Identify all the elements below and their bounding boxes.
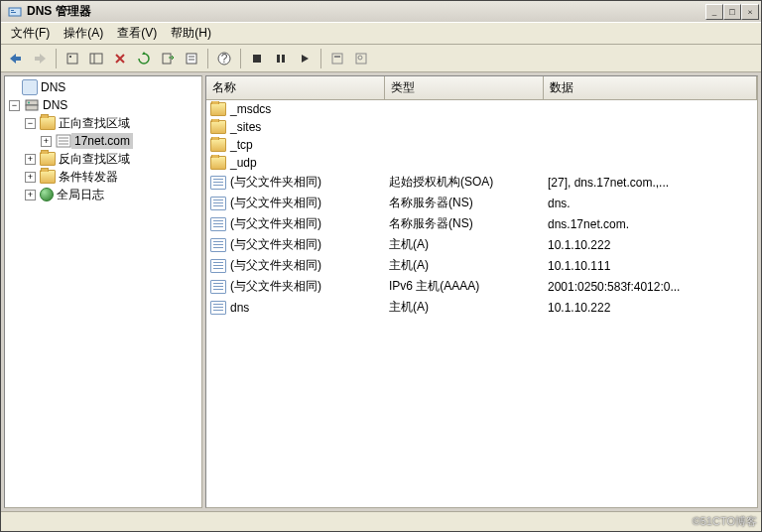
help-button[interactable]: ? <box>213 48 235 69</box>
status-bar <box>1 511 761 531</box>
record-data: 10.1.10.222 <box>544 237 757 253</box>
list-item[interactable]: (与父文件夹相同)主机(A)10.1.10.111 <box>206 255 757 276</box>
record-data: 10.1.10.222 <box>544 300 757 316</box>
record-data <box>544 162 757 164</box>
record-name: _msdcs <box>230 102 271 116</box>
menu-view[interactable]: 查看(V) <box>111 23 163 44</box>
list-item[interactable]: _sites <box>206 118 757 136</box>
svg-rect-0 <box>9 8 21 16</box>
forward-button[interactable] <box>29 48 51 69</box>
filter-button[interactable] <box>326 48 348 69</box>
expander-icon[interactable]: − <box>25 118 36 129</box>
dns-manager-window: DNS 管理器 _ □ × 文件(F) 操作(A) 查看(V) 帮助(H) ? <box>0 0 762 532</box>
stop-button[interactable] <box>246 48 268 69</box>
separator <box>240 49 241 68</box>
back-button[interactable] <box>5 48 27 69</box>
tree-reverse-zones[interactable]: + 反向查找区域 <box>7 150 199 168</box>
console-tree-button[interactable] <box>85 48 107 69</box>
column-type[interactable]: 类型 <box>385 76 544 99</box>
svg-rect-20 <box>356 54 366 64</box>
toolbar: ? <box>1 45 761 72</box>
svg-text:?: ? <box>221 52 228 66</box>
globe-icon <box>40 188 54 201</box>
tree-root-dns[interactable]: DNS <box>7 78 199 96</box>
list-item[interactable]: _udp <box>206 154 757 172</box>
record-data: 2001:0250:583f:4012:0... <box>544 279 757 295</box>
record-data: [27], dns.17net.com.,... <box>544 175 757 191</box>
maximize-button[interactable]: □ <box>723 4 741 20</box>
svg-rect-2 <box>11 12 16 13</box>
delete-button[interactable] <box>109 48 131 69</box>
list-item[interactable]: _msdcs <box>206 100 757 118</box>
record-name: dns <box>230 301 249 315</box>
svg-rect-17 <box>282 55 285 63</box>
record-name: _sites <box>230 120 261 134</box>
svg-rect-5 <box>67 54 77 64</box>
record-type <box>385 126 544 128</box>
record-type: 主机(A) <box>385 235 544 254</box>
expander-icon <box>7 82 18 93</box>
record-data <box>544 108 757 110</box>
record-type: IPv6 主机(AAAA) <box>385 277 544 296</box>
menu-action[interactable]: 操作(A) <box>58 23 109 44</box>
tree-conditional-forwarders[interactable]: + 条件转发器 <box>7 168 199 186</box>
expander-icon[interactable]: + <box>25 190 36 200</box>
find-button[interactable] <box>350 48 372 69</box>
list-header: 名称 类型 数据 <box>206 76 757 100</box>
column-data[interactable]: 数据 <box>544 76 757 99</box>
list-item[interactable]: _tcp <box>206 136 757 154</box>
content-area: DNS − DNS − 正向查找区域 + 17net.com <box>1 72 761 511</box>
folder-icon <box>40 116 56 130</box>
record-type: 主机(A) <box>385 298 544 317</box>
list-item[interactable]: (与父文件夹相同)名称服务器(NS)dns. <box>206 193 757 213</box>
window-title: DNS 管理器 <box>27 3 705 20</box>
separator <box>207 49 208 68</box>
dns-console-icon <box>22 79 38 95</box>
record-icon <box>210 176 226 190</box>
zone-icon <box>56 134 71 148</box>
tree: DNS − DNS − 正向查找区域 + 17net.com <box>5 76 201 205</box>
tree-global-log[interactable]: + 全局日志 <box>7 186 199 203</box>
tree-zone-17net[interactable]: + 17net.com <box>7 132 199 150</box>
record-name: (与父文件夹相同) <box>230 257 321 274</box>
menu-file[interactable]: 文件(F) <box>5 23 56 44</box>
folder-icon <box>210 102 226 116</box>
svg-rect-15 <box>253 55 261 63</box>
list-item[interactable]: (与父文件夹相同)主机(A)10.1.10.222 <box>206 234 757 255</box>
tree-forward-zones[interactable]: − 正向查找区域 <box>7 114 199 132</box>
add-button[interactable] <box>62 48 83 69</box>
record-icon <box>210 197 226 210</box>
menu-help[interactable]: 帮助(H) <box>165 23 217 44</box>
svg-point-24 <box>28 102 30 104</box>
svg-point-13 <box>218 53 230 65</box>
list-item[interactable]: (与父文件夹相同)IPv6 主机(AAAA)2001:0250:583f:401… <box>206 276 757 297</box>
svg-rect-19 <box>334 56 340 58</box>
expander-icon[interactable]: + <box>25 172 36 183</box>
close-button[interactable]: × <box>741 4 759 20</box>
record-type: 主机(A) <box>385 256 544 275</box>
expander-icon[interactable]: + <box>25 154 36 165</box>
watermark: ©51CTO博客 <box>693 514 757 529</box>
list-item[interactable]: dns主机(A)10.1.10.222 <box>206 297 757 318</box>
record-icon <box>210 280 226 294</box>
properties-button[interactable] <box>181 48 202 69</box>
pause-button[interactable] <box>270 48 292 69</box>
list-body: _msdcs_sites_tcp_udp(与父文件夹相同)起始授权机构(SOA)… <box>206 100 757 507</box>
record-type <box>385 162 544 164</box>
record-name: (与父文件夹相同) <box>230 195 321 211</box>
record-name: _udp <box>230 156 257 170</box>
column-name[interactable]: 名称 <box>206 76 385 99</box>
record-icon <box>210 217 226 231</box>
minimize-button[interactable]: _ <box>705 4 723 20</box>
tree-server[interactable]: − DNS <box>7 96 199 114</box>
list-item[interactable]: (与父文件夹相同)名称服务器(NS)dns.17net.com. <box>206 213 757 234</box>
refresh-button[interactable] <box>133 48 155 69</box>
export-button[interactable] <box>157 48 179 69</box>
record-name: _tcp <box>230 138 253 152</box>
list-item[interactable]: (与父文件夹相同)起始授权机构(SOA)[27], dns.17net.com.… <box>206 172 757 193</box>
svg-rect-22 <box>26 100 38 105</box>
record-type <box>385 108 544 110</box>
expander-icon[interactable]: − <box>9 100 20 111</box>
play-button[interactable] <box>294 48 316 69</box>
expander-icon[interactable]: + <box>41 136 52 147</box>
